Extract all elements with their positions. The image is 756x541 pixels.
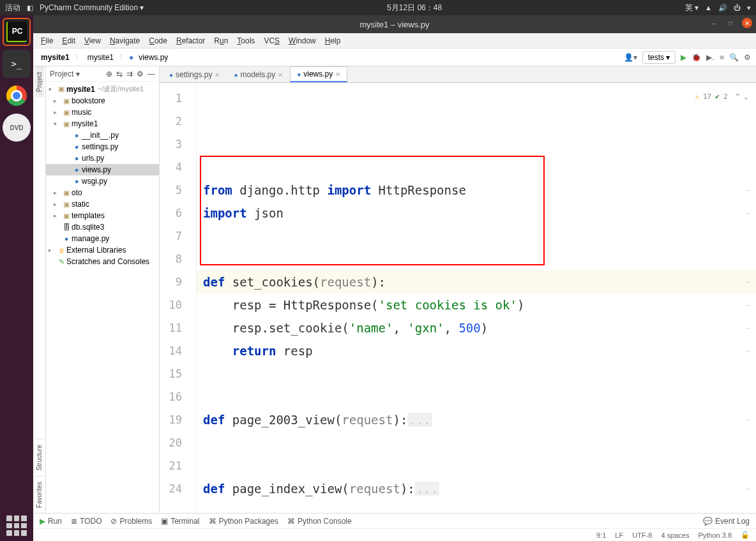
run-icon[interactable]: ▶ bbox=[681, 53, 686, 62]
tree-settings[interactable]: ●settings.py bbox=[46, 141, 159, 152]
menu-tools[interactable]: Tools bbox=[233, 36, 259, 45]
panel-datetime[interactable]: 5月12日 06：48 bbox=[144, 3, 684, 13]
panel-app-name[interactable]: PyCharm Community Edition ▾ bbox=[40, 3, 144, 12]
window-titlebar: mysite1 – views.py – □ ✕ bbox=[33, 15, 756, 33]
menu-navigate[interactable]: Navigate bbox=[106, 36, 144, 45]
navigation-bar: mysite1 〉 mysite1 〉 ● views.py 👤▾ tests … bbox=[33, 48, 756, 66]
status-encoding[interactable]: UTF-8 bbox=[632, 531, 652, 539]
tab-settings[interactable]: ●settings.py✕ bbox=[162, 67, 227, 82]
tree-oto[interactable]: ▸▣oto bbox=[46, 187, 159, 198]
dock-dvd[interactable]: DVD bbox=[3, 114, 31, 142]
network-icon[interactable]: ▲ bbox=[705, 4, 712, 11]
ubuntu-top-panel: 活动 ◧ PyCharm Community Edition ▾ 5月12日 0… bbox=[0, 0, 756, 15]
tool-terminal[interactable]: ▣ Terminal bbox=[161, 517, 199, 526]
volume-icon[interactable]: 🔊 bbox=[718, 4, 727, 12]
menu-view[interactable]: View bbox=[80, 36, 105, 45]
window-maximize-icon[interactable]: □ bbox=[725, 18, 736, 28]
line-number-gutter: 123456789101114151619202124 bbox=[160, 83, 197, 513]
system-menu-icon[interactable]: ▾ bbox=[747, 4, 751, 12]
breadcrumb-root[interactable]: mysite1 bbox=[38, 52, 72, 63]
menu-edit[interactable]: Edit bbox=[58, 36, 79, 45]
project-tree: ▾▣mysite1~/桌面/mysite1 ▸▣bookstore ▸▣musi… bbox=[46, 82, 159, 513]
menu-window[interactable]: Window bbox=[285, 36, 320, 45]
tree-manage[interactable]: ●manage.py bbox=[46, 233, 159, 244]
breadcrumb-folder[interactable]: mysite1 bbox=[85, 52, 116, 63]
search-everywhere-icon[interactable]: 🔍 bbox=[729, 53, 739, 62]
breadcrumb-file[interactable]: views.py bbox=[136, 52, 170, 63]
tree-scratches[interactable]: ✎Scratches and Consoles bbox=[46, 256, 159, 267]
tree-mysite1[interactable]: ▾▣mysite1 bbox=[46, 118, 159, 130]
tool-run[interactable]: ▶Run bbox=[40, 517, 62, 526]
close-icon[interactable]: ✕ bbox=[335, 71, 340, 78]
tree-init[interactable]: ●__init__.py bbox=[46, 130, 159, 141]
tree-bookstore[interactable]: ▸▣bookstore bbox=[46, 95, 159, 107]
tool-event-log[interactable]: 💬 Event Log bbox=[703, 517, 750, 526]
main-menu-bar: File Edit View Navigate Code Refactor Ru… bbox=[33, 33, 756, 48]
code-editor[interactable]: ⚠17 ✔2 ^ ⌄ from django.http import HttpR… bbox=[197, 83, 756, 513]
status-lock-icon[interactable]: 🔓 bbox=[741, 531, 750, 539]
inspection-widget[interactable]: ⚠17 ✔2 ^ ⌄ bbox=[695, 85, 748, 108]
stop-icon[interactable]: ■ bbox=[720, 53, 724, 62]
project-collapse-icon[interactable]: ⇆ bbox=[116, 70, 123, 78]
menu-help[interactable]: Help bbox=[321, 36, 345, 45]
menu-refactor[interactable]: Refactor bbox=[172, 36, 209, 45]
tree-external-libs[interactable]: ▸⫼External Libraries bbox=[46, 244, 159, 256]
window-title: mysite1 – views.py bbox=[359, 20, 429, 29]
project-view-selector[interactable]: Project ▾ bbox=[50, 70, 80, 78]
tree-urls[interactable]: ●urls.py bbox=[46, 152, 159, 164]
tab-models[interactable]: ●models.py✕ bbox=[227, 67, 290, 82]
tree-db[interactable]: 🗄db.sqlite3 bbox=[46, 221, 159, 233]
debug-icon[interactable]: 🐞 bbox=[692, 53, 701, 62]
input-method-indicator[interactable]: 英 ▾ bbox=[685, 3, 699, 13]
menu-file[interactable]: File bbox=[37, 36, 57, 45]
window-minimize-icon[interactable]: – bbox=[709, 18, 719, 28]
tree-templates[interactable]: ▸▣templates bbox=[46, 210, 159, 221]
project-settings-icon[interactable]: ⊕ bbox=[106, 70, 112, 78]
bottom-tool-strip: ▶Run ≣ TODO ⊘ Problems ▣ Terminal ⌘ Pyth… bbox=[33, 513, 756, 528]
editor-area: ●settings.py✕ ●models.py✕ ●views.py✕ 123… bbox=[160, 66, 756, 513]
power-icon[interactable]: ⏻ bbox=[734, 4, 741, 11]
pycharm-panel-icon: ◧ bbox=[27, 4, 33, 12]
breadcrumb-sep: 〉 bbox=[119, 52, 126, 63]
menu-vcs[interactable]: VCS bbox=[260, 36, 284, 45]
dock-pycharm[interactable]: PC bbox=[3, 18, 31, 46]
breadcrumb-sep: 〉 bbox=[75, 52, 82, 63]
activities-label[interactable]: 活动 bbox=[5, 3, 20, 13]
close-icon[interactable]: ✕ bbox=[215, 71, 220, 78]
pycharm-window: mysite1 – views.py – □ ✕ File Edit View … bbox=[33, 15, 756, 541]
dock-chrome[interactable] bbox=[3, 82, 31, 110]
dock-show-apps[interactable] bbox=[6, 515, 27, 536]
editor-body[interactable]: 123456789101114151619202124 ⚠17 ✔2 ^ ⌄ f… bbox=[160, 83, 756, 513]
tree-music[interactable]: ▸▣music bbox=[46, 107, 159, 118]
tab-views[interactable]: ●views.py✕ bbox=[290, 66, 347, 82]
tool-project-tab[interactable]: Project bbox=[34, 66, 44, 97]
run-config-selector[interactable]: tests ▾ bbox=[642, 51, 676, 64]
breadcrumb: mysite1 〉 mysite1 〉 ● views.py bbox=[38, 52, 170, 63]
tool-favorites-tab[interactable]: Favorites bbox=[34, 476, 44, 513]
tool-structure-tab[interactable]: Structure bbox=[34, 439, 44, 476]
tool-python-console[interactable]: ⌘ Python Console bbox=[287, 517, 352, 526]
project-gear-icon[interactable]: ⚙ bbox=[137, 70, 144, 78]
tree-root[interactable]: ▾▣mysite1~/桌面/mysite1 bbox=[46, 83, 159, 95]
window-close-icon[interactable]: ✕ bbox=[742, 18, 752, 28]
ubuntu-dock: PC >_ DVD bbox=[0, 15, 33, 541]
project-options-icon[interactable]: ⇉ bbox=[126, 70, 133, 78]
tree-wsgi[interactable]: ●wsgi.py bbox=[46, 175, 159, 187]
dock-terminal[interactable]: >_ bbox=[3, 50, 31, 78]
status-caret-pos[interactable]: 9:1 bbox=[596, 531, 606, 539]
tree-static[interactable]: ▸▣static bbox=[46, 198, 159, 210]
status-sdk[interactable]: Python 3.8 bbox=[698, 531, 732, 539]
status-line-sep[interactable]: LF bbox=[615, 531, 623, 539]
tool-problems[interactable]: ⊘ Problems bbox=[110, 517, 152, 526]
tree-views[interactable]: ●views.py bbox=[46, 164, 159, 175]
project-hide-icon[interactable]: — bbox=[147, 70, 155, 78]
ide-settings-icon[interactable]: ⚙ bbox=[744, 53, 751, 62]
close-icon[interactable]: ✕ bbox=[278, 71, 283, 78]
run-with-coverage-icon[interactable]: ▶. bbox=[706, 53, 714, 62]
tool-todo[interactable]: ≣ TODO bbox=[71, 517, 102, 526]
tool-python-packages[interactable]: ⌘ Python Packages bbox=[209, 517, 278, 526]
menu-code[interactable]: Code bbox=[145, 36, 171, 45]
menu-run[interactable]: Run bbox=[210, 36, 232, 45]
status-indent[interactable]: 4 spaces bbox=[661, 531, 689, 539]
add-user-icon[interactable]: 👤▾ bbox=[624, 53, 637, 62]
